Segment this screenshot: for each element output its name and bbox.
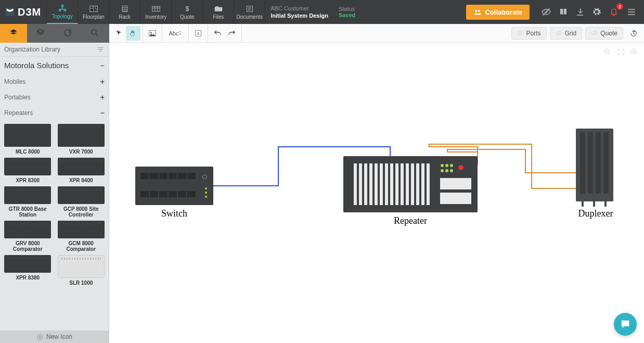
tab-documents[interactable]: Documents <box>234 0 265 24</box>
tool-text[interactable]: Abc𝙸 <box>164 26 186 41</box>
tab-topology[interactable]: Topology <box>47 0 78 24</box>
svg-point-4 <box>475 10 478 12</box>
quote-icon: $ <box>182 5 192 13</box>
svg-point-29 <box>205 187 207 189</box>
chat-button[interactable] <box>614 313 637 336</box>
device-item[interactable]: GCP 8000 Site Controller <box>56 186 107 218</box>
filter-icon <box>96 46 105 53</box>
zoom-in-icon[interactable] <box>630 48 639 56</box>
device-item[interactable]: SLR 1000 <box>56 255 107 286</box>
svg-rect-42 <box>395 163 398 205</box>
minus-icon: − <box>100 109 105 117</box>
library-tab-shapes[interactable] <box>0 24 27 43</box>
device-item[interactable]: GTR 8000 Base Station <box>2 186 54 218</box>
svg-rect-20 <box>178 173 186 179</box>
tool-redo[interactable] <box>225 26 239 41</box>
category-mobiles[interactable]: Mobiles+ <box>0 74 109 90</box>
tab-files[interactable]: Files <box>203 0 234 24</box>
status-value: Saved <box>339 12 355 18</box>
svg-rect-37 <box>369 163 372 205</box>
collaborate-button[interactable]: Collaborate <box>466 5 530 20</box>
device-item[interactable]: VXR 7000 <box>56 124 107 155</box>
svg-rect-24 <box>159 191 168 197</box>
category-portables[interactable]: Portables+ <box>0 90 109 105</box>
svg-point-55 <box>458 165 463 170</box>
notifications-icon[interactable]: 2 <box>609 7 619 17</box>
library-tab-refresh[interactable] <box>54 24 81 43</box>
gear-icon[interactable] <box>592 7 601 17</box>
vendor-row[interactable]: Motorola Solutions − <box>0 57 109 74</box>
svg-rect-35 <box>359 163 362 205</box>
download-icon[interactable] <box>575 7 585 17</box>
svg-rect-15 <box>135 167 213 205</box>
svg-rect-26 <box>178 191 186 197</box>
tool-frame[interactable]: A <box>191 26 205 41</box>
node-duplexer[interactable] <box>576 129 613 207</box>
device-grid: MLC 8000 VXR 7000 XPR 8300 XPR 8400 GTR … <box>0 121 109 331</box>
library-tab-stencils[interactable] <box>27 24 54 43</box>
svg-rect-60 <box>588 132 593 194</box>
floorplan-icon <box>88 5 99 13</box>
device-item[interactable]: GRV 8000 Comparator <box>2 221 54 252</box>
device-item[interactable]: GCM 8000 Comparator <box>56 221 107 252</box>
tab-quote[interactable]: $ Quote <box>172 0 203 24</box>
svg-rect-1 <box>152 6 160 11</box>
category-repeaters[interactable]: Repeaters− <box>0 105 109 121</box>
tab-floorplan[interactable]: Floorplan <box>78 0 109 24</box>
toggle-quote[interactable]: Quote <box>585 27 623 40</box>
node-repeater[interactable] <box>343 156 478 212</box>
svg-rect-62 <box>603 132 609 194</box>
device-item[interactable]: MLC 8000 <box>2 124 54 155</box>
svg-point-54 <box>450 169 453 172</box>
toggle-grid[interactable]: Grid <box>550 27 583 40</box>
plus-icon: + <box>100 78 105 86</box>
device-item[interactable]: XPR 8300 <box>2 158 54 183</box>
svg-point-5 <box>478 10 480 12</box>
svg-rect-36 <box>364 163 367 205</box>
svg-rect-34 <box>354 163 357 205</box>
logo-icon <box>4 6 16 18</box>
files-icon <box>213 5 224 13</box>
svg-text:$: $ <box>185 5 189 12</box>
topology-icon <box>57 4 68 12</box>
svg-rect-44 <box>406 163 409 205</box>
menu-icon[interactable] <box>626 7 637 17</box>
svg-point-50 <box>445 164 448 167</box>
canvas-toolbar: Abc𝙸 A Ports Grid Quote <box>109 24 644 43</box>
node-switch[interactable] <box>135 167 213 205</box>
toggle-ports[interactable]: Ports <box>511 27 547 40</box>
svg-point-52 <box>441 169 444 172</box>
repeater-label: Repeater <box>343 215 478 226</box>
device-item[interactable]: XPR 8400 <box>56 158 107 183</box>
status-block: Status Saved <box>333 0 360 24</box>
rack-icon <box>120 5 130 13</box>
zoom-out-icon[interactable] <box>603 48 612 56</box>
diagram-svg: Switch Repeater Duplexer <box>109 43 644 343</box>
app-name: D3M <box>18 6 41 18</box>
book-icon[interactable] <box>559 7 568 17</box>
tab-inventory[interactable]: Inventory <box>140 0 172 24</box>
library-tab-search[interactable] <box>81 24 108 43</box>
svg-rect-43 <box>401 163 404 205</box>
library-header[interactable]: Organization Library <box>0 43 109 57</box>
tab-rack[interactable]: Rack <box>109 0 140 24</box>
svg-rect-39 <box>380 163 383 205</box>
status-label: Status <box>339 6 355 12</box>
svg-rect-59 <box>580 132 585 194</box>
tool-pointer[interactable] <box>111 26 126 41</box>
duplexer-label: Duplexer <box>562 208 629 219</box>
new-icon-button[interactable]: New Icon <box>0 331 109 343</box>
tool-history[interactable] <box>626 26 641 41</box>
svg-rect-57 <box>440 193 471 204</box>
svg-rect-56 <box>440 178 471 189</box>
app-logo[interactable]: D3M <box>0 0 47 24</box>
svg-rect-63 <box>582 201 584 207</box>
fit-screen-icon[interactable] <box>617 48 625 56</box>
visibility-icon[interactable] <box>541 7 551 17</box>
device-item[interactable]: XPR 8380 <box>2 255 54 286</box>
tool-image[interactable] <box>145 26 160 41</box>
tool-undo[interactable] <box>210 26 225 41</box>
svg-text:A: A <box>197 31 200 35</box>
topology-canvas[interactable]: Switch Repeater Duplexer <box>109 43 644 343</box>
tool-hand[interactable] <box>126 26 140 41</box>
